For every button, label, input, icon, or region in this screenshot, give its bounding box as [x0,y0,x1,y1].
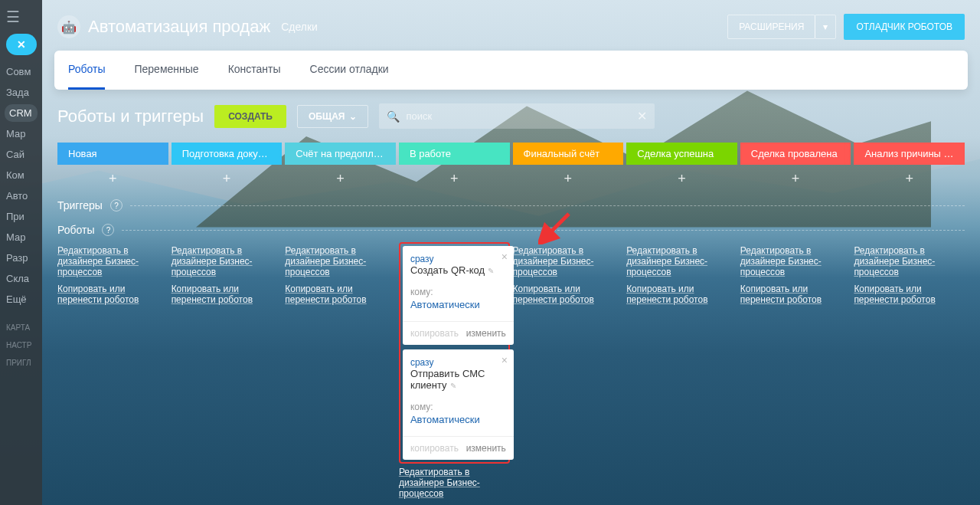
stage-header[interactable]: В работе [399,143,510,165]
stage-add-button[interactable]: + [626,165,737,193]
sidebar-item[interactable]: Мар [0,123,42,144]
extensions-button[interactable]: РАСШИРЕНИЯ [727,15,815,39]
edit-bp-link[interactable]: Редактировать в дизайнере Бизнес-процесс… [740,242,851,280]
edit-bp-link[interactable]: Редактировать в дизайнере Бизнес-процесс… [854,242,965,280]
card-when: сразу [410,254,506,264]
page-title: Автоматизация продаж [88,17,270,37]
sidebar-item[interactable]: Ком [0,165,42,185]
highlighted-cards: ×сразуСоздать QR-код✎кому:Автоматическик… [399,242,510,464]
card-edit[interactable]: изменить [466,443,506,454]
triggers-section-header: Триггеры ? [42,193,980,218]
edit-bp-link[interactable]: Редактировать в дизайнере Бизнес-процесс… [285,242,396,280]
info-icon[interactable]: ? [102,224,114,236]
search-input[interactable] [406,110,637,122]
section-title: Роботы и триггеры [57,107,204,126]
copy-robots-link[interactable]: Копировать или перенести роботов [172,280,283,308]
edit-bp-link[interactable]: Редактировать в дизайнере Бизнес-процесс… [513,242,624,280]
sidebar-item[interactable]: Авто [0,185,42,206]
card-edit[interactable]: изменить [466,328,506,339]
pencil-icon[interactable]: ✎ [450,382,456,390]
sidebar-item[interactable]: Сай [0,144,42,165]
stage-add-button[interactable]: + [172,165,283,193]
arrow-annotation [538,211,572,244]
robot-column: Редактировать в дизайнере Бизнес-процесс… [285,242,396,502]
tab[interactable]: Сессии отладки [310,51,389,90]
stage-header[interactable]: Подготовка документов [172,143,283,165]
stage-add-button[interactable]: + [57,165,168,193]
sidebar-item[interactable]: Разр [0,248,42,268]
stage-header[interactable]: Финальный счёт [513,143,624,165]
copy-robots-link[interactable]: Копировать или перенести роботов [285,280,396,308]
sidebar-item[interactable]: CRM [5,104,38,122]
copy-robots-link[interactable]: Копировать или перенести роботов [57,280,168,308]
copy-robots-link[interactable]: Копировать или перенести роботов [626,280,737,308]
sidebar-footer-item[interactable]: НАСТР [0,336,42,354]
toolbar: Роботы и триггеры СОЗДАТЬ ОБЩАЯ⌄ 🔍 ✕ [42,90,980,143]
tab[interactable]: Переменные [134,51,198,90]
sidebar-item[interactable]: Ещё [0,289,42,310]
funnel-link[interactable]: Сделки [281,21,318,33]
extensions-dropdown[interactable]: ▾ [815,15,836,39]
robot-column: ×сразуСоздать QR-код✎кому:Автоматическик… [399,242,510,502]
hamburger-icon[interactable]: ☰ [0,0,42,34]
search-box[interactable]: 🔍 ✕ [379,103,655,129]
edit-bp-link[interactable]: Редактировать в дизайнере Бизнес-процесс… [172,242,283,280]
stage-add-row: ++++++++ [42,165,980,193]
stage-add-button[interactable]: + [854,165,965,193]
stage-header[interactable]: Сделка успешна [626,143,737,165]
robots-columns: Редактировать в дизайнере Бизнес-процесс… [42,242,980,502]
robot-column: Редактировать в дизайнере Бизнес-процесс… [57,242,168,502]
stage-header[interactable]: Счёт на предоплату [285,143,396,165]
copy-robots-link[interactable]: Копировать или перенести роботов [854,280,965,308]
robot-column: Редактировать в дизайнере Бизнес-процесс… [513,242,624,502]
copy-robots-link[interactable]: Копировать или перенести роботов [740,280,851,308]
copy-robots-link[interactable]: Копировать или перенести роботов [513,280,624,308]
create-button[interactable]: СОЗДАТЬ [214,105,286,128]
sidebar-footer-item[interactable]: ПРИГЛ [0,354,42,372]
robot-column: Редактировать в дизайнере Бизнес-процесс… [740,242,851,502]
card-recipient: Автоматически [410,299,506,310]
robots-section-header: Роботы ? [42,218,980,242]
sidebar-item[interactable]: При [0,206,42,227]
card-title: Отправить СМС клиенту✎ [410,368,506,391]
close-icon[interactable]: × [501,251,508,263]
robot-column: Редактировать в дизайнере Бизнес-процесс… [626,242,737,502]
tabs: РоботыПеременныеКонстантыСессии отладки [54,51,968,90]
debugger-button[interactable]: ОТЛАДЧИК РОБОТОВ [844,14,965,40]
common-dropdown[interactable]: ОБЩАЯ⌄ [297,105,368,128]
edit-bp-link[interactable]: Редактировать в дизайнере Бизнес-процесс… [399,464,510,502]
info-icon[interactable]: ? [110,199,122,212]
stage-add-button[interactable]: + [740,165,851,193]
edit-bp-link[interactable]: Редактировать в дизайнере Бизнес-процесс… [626,242,737,280]
search-icon: 🔍 [387,110,400,123]
pencil-icon[interactable]: ✎ [488,267,494,275]
card-copy[interactable]: копировать [410,443,459,454]
sidebar-footer-item[interactable]: КАРТА [0,319,42,336]
stage-add-button[interactable]: + [285,165,396,193]
sidebar-item[interactable]: Совм [0,61,42,82]
svg-line-0 [544,214,569,238]
stage-add-button[interactable]: + [399,165,510,193]
chevron-down-icon: ⌄ [349,111,357,122]
stages-row: НоваяПодготовка документовСчёт на предоп… [42,143,980,165]
sidebar: ☰ ✕ СовмЗадаCRMМарСайКомАвтоПриМарРазрСк… [0,0,42,505]
clear-search-icon[interactable]: ✕ [637,109,647,123]
card-title: Создать QR-код✎ [410,264,506,276]
card-copy[interactable]: копировать [410,328,459,339]
robot-card[interactable]: ×сразуОтправить СМС клиенту✎кому:Автомат… [403,349,514,460]
sidebar-item[interactable]: Мар [0,227,42,248]
tab[interactable]: Роботы [68,51,105,90]
tab[interactable]: Константы [228,51,281,90]
stage-header[interactable]: Анализ причины пр... [854,143,965,165]
card-recipient: Автоматически [410,414,506,425]
stage-header[interactable]: Сделка провалена [740,143,851,165]
edit-bp-link[interactable]: Редактировать в дизайнере Бизнес-процесс… [57,242,168,280]
robot-card[interactable]: ×сразуСоздать QR-код✎кому:Автоматическик… [403,246,514,345]
stage-add-button[interactable]: + [513,165,624,193]
stage-header[interactable]: Новая [57,143,168,165]
close-button[interactable]: ✕ [6,34,37,55]
sidebar-item[interactable]: Зада [0,82,42,103]
close-icon[interactable]: × [501,354,508,366]
header: 🤖 Автоматизация продаж Сделки РАСШИРЕНИЯ… [42,0,980,51]
sidebar-item[interactable]: Скла [0,268,42,289]
